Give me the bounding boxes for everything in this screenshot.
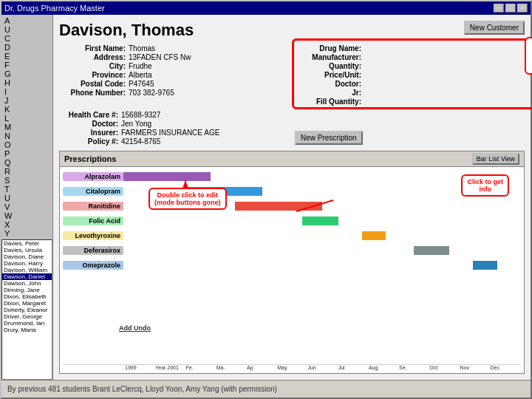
- sidebar-letter-x[interactable]: X: [3, 220, 51, 229]
- chart-row[interactable]: Folic Acid: [63, 214, 521, 228]
- drug-label-levothyroxine: Levothyroxine: [63, 231, 123, 240]
- timeline-may: May: [277, 365, 307, 370]
- sidebar-letter-c[interactable]: C: [3, 34, 51, 43]
- list-item[interactable]: Drury, Maria: [2, 327, 52, 333]
- title-bar-title: Dr. Drugs Pharmacy Master: [4, 4, 105, 13]
- sidebar: A U C D E F G H I J K L M N O P Q R S T: [1, 15, 53, 380]
- chart-row[interactable]: Levothyroxine: [63, 229, 521, 242]
- sidebar-letter-d[interactable]: D: [3, 43, 51, 52]
- info-row-phone: Phone Number: 703 382-9765: [59, 89, 289, 97]
- sidebar-letter-u2[interactable]: U: [3, 194, 51, 202]
- list-item[interactable]: Davison, Harry: [2, 260, 52, 267]
- list-item[interactable]: Davison, Diane: [2, 253, 52, 260]
- drug-bar-alprazolam[interactable]: [123, 172, 211, 181]
- fillqty-label: Fill Quantity:: [295, 98, 361, 106]
- sidebar-letter-l[interactable]: L: [3, 114, 51, 123]
- jr-label: Jr:: [295, 89, 361, 97]
- drug-label: Drug Name:: [295, 44, 361, 52]
- sidebar-letter-q[interactable]: Q: [3, 158, 51, 167]
- sidebar-letter-n[interactable]: N: [3, 132, 51, 140]
- content-area: Davison, Thomas New Customer First Name:…: [53, 15, 531, 380]
- sidebar-letter-y[interactable]: Y: [3, 229, 51, 238]
- new-prescription-button[interactable]: New Prescription: [295, 131, 363, 145]
- timeline-1999: 1999: [125, 365, 155, 370]
- sidebar-letter-i[interactable]: I: [3, 87, 51, 96]
- info-row-quantity: Quantity:: [295, 62, 525, 70]
- main-layout: A U C D E F G H I J K L M N O P Q R S T: [1, 15, 531, 380]
- sidebar-letter-p[interactable]: P: [3, 149, 51, 158]
- sidebar-letter-f[interactable]: F: [3, 61, 51, 69]
- insurer-label: Insurer:: [59, 129, 118, 137]
- sidebar-letter-m[interactable]: M: [3, 123, 51, 132]
- list-item[interactable]: Davison, William: [2, 267, 52, 273]
- insurer-value: FARMERS INSURANCE AGE: [121, 129, 219, 137]
- sidebar-letter-o[interactable]: O: [3, 140, 51, 149]
- sidebar-letter-t[interactable]: T: [3, 185, 51, 194]
- healthcarenum-label: Health Care #:: [59, 111, 118, 119]
- maximize-button[interactable]: □: [505, 4, 516, 13]
- drug-bar-omeprazole[interactable]: [473, 261, 497, 270]
- sidebar-letter-k[interactable]: K: [3, 105, 51, 114]
- prescriptions-header: Prescriptions Bar List View: [60, 151, 524, 167]
- sidebar-letter-e[interactable]: E: [3, 52, 51, 61]
- policy-value: 42154-8765: [121, 137, 160, 146]
- health-insurance-section: Health Care #: 15688-9327 Doctor: Jen Yo…: [59, 111, 525, 146]
- bar-list-view-button[interactable]: Bar List View: [472, 153, 519, 165]
- status-text: By previous 481 students Brant LeClercq,…: [7, 385, 277, 393]
- new-prescription-area: New Prescription: [295, 111, 525, 146]
- drug-label-citalopram: Citalopram: [63, 187, 123, 196]
- drug-bar-levothyroxine[interactable]: [362, 231, 386, 240]
- prescriptions-section: Prescriptions Bar List View AlprazolamCi…: [59, 151, 525, 374]
- drug-bar-ranitidine[interactable]: [235, 202, 322, 211]
- manufacturer-label: Manufacturer:: [295, 53, 361, 61]
- timeline-jun: Jun: [307, 365, 338, 370]
- info-row-manufacturer: Manufacturer:: [295, 53, 525, 61]
- list-item[interactable]: Dinning, Jane: [2, 287, 52, 293]
- city-label: City:: [59, 62, 126, 70]
- patient-name: Davison, Thomas: [59, 21, 194, 40]
- postal-value: P47645: [129, 80, 154, 88]
- timeline-aug: Aug: [369, 365, 399, 370]
- sidebar-letter-w[interactable]: W: [3, 211, 51, 220]
- sidebar-letter-r[interactable]: R: [3, 167, 51, 176]
- list-item[interactable]: Dixon, Margaret: [2, 300, 52, 307]
- info-row-drug: Drug Name:: [295, 44, 525, 52]
- list-item[interactable]: Drummond, Ian: [2, 320, 52, 327]
- sidebar-letter-s[interactable]: S: [3, 176, 51, 185]
- list-item[interactable]: Davies, Ursula: [2, 247, 52, 253]
- list-item[interactable]: Davies, Peter: [2, 240, 52, 247]
- chart-row[interactable]: Omeprazole: [63, 259, 521, 272]
- chart-row[interactable]: Deferasirox: [63, 244, 521, 257]
- sidebar-letter-v[interactable]: V: [3, 202, 51, 211]
- sidebar-letter-a[interactable]: A: [3, 16, 51, 25]
- sidebar-letter-u[interactable]: U: [3, 25, 51, 34]
- info-row-doctor: Doctor:: [295, 80, 525, 88]
- info-row-insurer: Insurer: FARMERS INSURANCE AGE: [59, 129, 289, 137]
- doctor-label: Doctor:: [295, 80, 361, 88]
- list-item[interactable]: Driver, George: [2, 313, 52, 320]
- sidebar-letter-j[interactable]: J: [3, 96, 51, 105]
- drug-bar-folic-acid[interactable]: [302, 216, 338, 225]
- timeline-nov: Nov: [460, 365, 491, 370]
- chart-row[interactable]: Alprazolam: [63, 170, 521, 183]
- sidebar-letter-g[interactable]: G: [3, 69, 51, 78]
- chart-row[interactable]: Citalopram: [63, 185, 521, 198]
- list-item[interactable]: Dawson, John: [2, 280, 52, 287]
- chart-row[interactable]: Ranitidine: [63, 200, 521, 213]
- drug-label-deferasirox: Deferasirox: [63, 246, 123, 255]
- sidebar-letter-h[interactable]: H: [3, 78, 51, 87]
- list-item[interactable]: Dixon, Elisabeth: [2, 293, 52, 300]
- close-button[interactable]: ×: [517, 4, 528, 13]
- policy-label: Policy #:: [59, 137, 118, 146]
- minimize-button[interactable]: −: [494, 4, 504, 13]
- priceunit-label: Price/Unit:: [295, 71, 361, 79]
- firstname-value: Thomas: [129, 44, 155, 52]
- new-customer-button[interactable]: New Customer: [464, 21, 525, 35]
- list-item[interactable]: Doherty, Eleanor: [2, 307, 52, 313]
- list-item[interactable]: Dawson, Daniel: [2, 273, 52, 280]
- patient-list[interactable]: Davies, Peter Davies, Ursula Davison, Di…: [1, 239, 52, 380]
- patient-info-right: Drug Name: Manufacturer: Quantity: Price…: [295, 44, 525, 106]
- timeline-ma: Ma.: [216, 365, 247, 370]
- drug-bar-deferasirox[interactable]: [414, 246, 449, 255]
- title-bar: Dr. Drugs Pharmacy Master − □ ×: [1, 1, 531, 15]
